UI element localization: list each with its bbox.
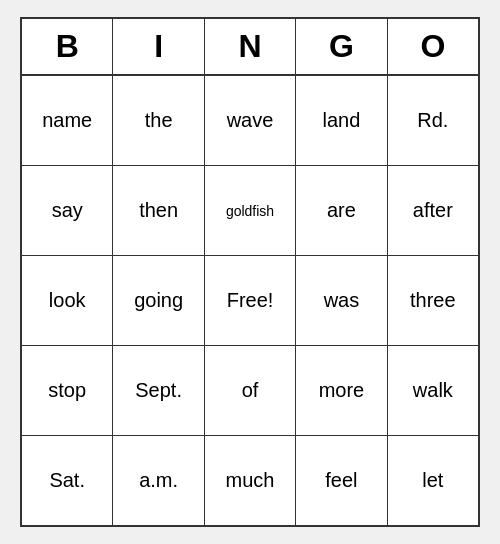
header-letter: O [388, 19, 478, 74]
header-letter: N [205, 19, 296, 74]
bingo-row: lookgoingFree!wasthree [22, 256, 478, 346]
bingo-cell: of [205, 346, 296, 435]
bingo-cell: walk [388, 346, 478, 435]
bingo-cell: more [296, 346, 387, 435]
bingo-cell: say [22, 166, 113, 255]
header-letter: I [113, 19, 204, 74]
bingo-cell: are [296, 166, 387, 255]
header-letter: G [296, 19, 387, 74]
bingo-cell: Sept. [113, 346, 204, 435]
bingo-cell: stop [22, 346, 113, 435]
bingo-cell: look [22, 256, 113, 345]
bingo-row: stopSept.ofmorewalk [22, 346, 478, 436]
header-letter: B [22, 19, 113, 74]
bingo-row: namethewavelandRd. [22, 76, 478, 166]
bingo-cell: name [22, 76, 113, 165]
bingo-cell: land [296, 76, 387, 165]
bingo-row: saythengoldfishareafter [22, 166, 478, 256]
bingo-row: Sat.a.m.muchfeellet [22, 436, 478, 525]
bingo-cell: after [388, 166, 478, 255]
bingo-cell: three [388, 256, 478, 345]
bingo-body: namethewavelandRd.saythengoldfishareafte… [22, 76, 478, 525]
bingo-cell: the [113, 76, 204, 165]
bingo-cell: goldfish [205, 166, 296, 255]
bingo-cell: let [388, 436, 478, 525]
bingo-cell: Rd. [388, 76, 478, 165]
bingo-header: BINGO [22, 19, 478, 76]
bingo-cell: feel [296, 436, 387, 525]
bingo-cell: much [205, 436, 296, 525]
bingo-card: BINGO namethewavelandRd.saythengoldfisha… [20, 17, 480, 527]
bingo-cell: then [113, 166, 204, 255]
bingo-cell: Sat. [22, 436, 113, 525]
bingo-cell: a.m. [113, 436, 204, 525]
bingo-cell: was [296, 256, 387, 345]
bingo-cell: going [113, 256, 204, 345]
bingo-cell: wave [205, 76, 296, 165]
bingo-cell: Free! [205, 256, 296, 345]
